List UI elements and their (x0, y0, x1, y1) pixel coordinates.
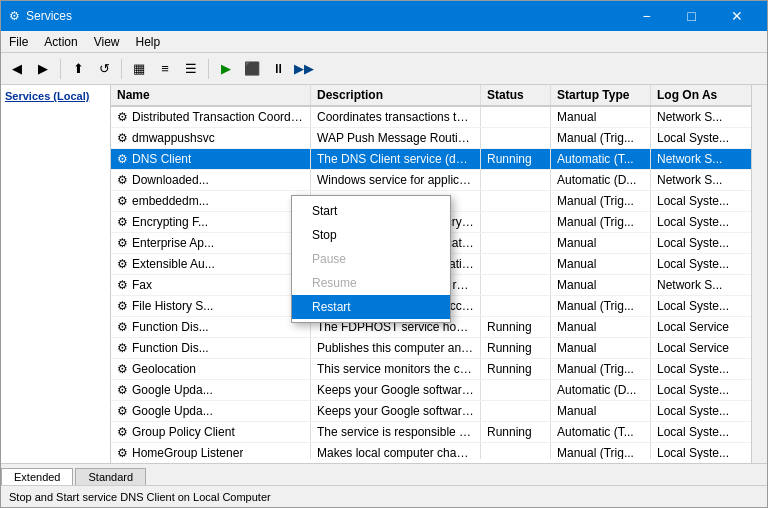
toolbar: ◀ ▶ ⬆ ↺ ▦ ≡ ☰ ▶ ⬛ ⏸ ▶▶ (1, 53, 767, 85)
row-name-cell: ⚙embeddedm... (111, 191, 311, 211)
toolbar-restart[interactable]: ▶▶ (292, 57, 316, 81)
row-startup-cell: Manual (Trig... (551, 359, 651, 379)
menu-file[interactable]: File (1, 33, 36, 51)
row-status-cell (481, 401, 551, 421)
row-startup-cell: Manual (551, 317, 651, 337)
row-startup-cell: Automatic (D... (551, 380, 651, 400)
row-status-cell (481, 296, 551, 316)
row-desc-cell: The service is responsible for applyin..… (311, 422, 481, 442)
toolbar-refresh[interactable]: ↺ (92, 57, 116, 81)
row-startup-cell: Manual (551, 338, 651, 358)
header-startup[interactable]: Startup Type (551, 85, 651, 105)
toolbar-show-hide[interactable]: ▦ (127, 57, 151, 81)
row-logon-cell: Local Syste... (651, 212, 751, 232)
tab-extended[interactable]: Extended (1, 468, 73, 486)
menu-view[interactable]: View (86, 33, 128, 51)
status-text: Stop and Start service DNS Client on Loc… (9, 491, 271, 503)
service-icon: ⚙ (117, 278, 128, 292)
table-row[interactable]: ⚙Downloaded...Windows service for applic… (111, 170, 751, 191)
context-menu-item-start[interactable]: Start (292, 199, 450, 223)
table-row[interactable]: ⚙Function Dis...Publishes this computer … (111, 338, 751, 359)
service-icon: ⚙ (117, 341, 128, 355)
row-status-cell (481, 128, 551, 148)
service-name: Fax (132, 278, 152, 292)
context-menu-item-restart[interactable]: Restart (292, 295, 450, 319)
menu-help[interactable]: Help (128, 33, 169, 51)
service-icon: ⚙ (117, 404, 128, 418)
row-name-cell: ⚙Distributed Transaction Coordinator (111, 107, 311, 127)
row-startup-cell: Manual (Trig... (551, 128, 651, 148)
service-name: Distributed Transaction Coordinator (132, 110, 304, 124)
row-name-cell: ⚙Fax (111, 275, 311, 295)
service-name: embeddedm... (132, 194, 209, 208)
header-name[interactable]: Name (111, 85, 311, 105)
toolbar-sep1 (60, 59, 61, 79)
service-name: Google Upda... (132, 383, 213, 397)
row-startup-cell: Automatic (T... (551, 422, 651, 442)
service-name: HomeGroup Listener (132, 446, 243, 459)
table-row[interactable]: ⚙dmwappushsvcWAP Push Message Routing Se… (111, 128, 751, 149)
row-name-cell: ⚙Encrypting F... (111, 212, 311, 232)
title-bar-left: ⚙ Services (9, 9, 72, 23)
row-status-cell (481, 380, 551, 400)
row-status-cell: Running (481, 317, 551, 337)
row-logon-cell: Network S... (651, 107, 751, 127)
row-desc-cell: Publishes this computer and resourc... (311, 338, 481, 358)
table-row[interactable]: ⚙Google Upda...Keeps your Google softwar… (111, 380, 751, 401)
scrollbar-track[interactable] (751, 85, 767, 463)
toolbar-detail[interactable]: ☰ (179, 57, 203, 81)
row-startup-cell: Manual (551, 275, 651, 295)
row-name-cell: ⚙Enterprise Ap... (111, 233, 311, 253)
service-icon: ⚙ (117, 446, 128, 459)
toolbar-sep2 (121, 59, 122, 79)
toolbar-stop[interactable]: ⬛ (240, 57, 264, 81)
row-status-cell (481, 233, 551, 253)
service-name: Encrypting F... (132, 215, 208, 229)
menu-action[interactable]: Action (36, 33, 85, 51)
service-name: Extensible Au... (132, 257, 215, 271)
service-name: Downloaded... (132, 173, 209, 187)
header-description[interactable]: Description (311, 85, 481, 105)
table-row[interactable]: ⚙DNS ClientThe DNS Client service (dnsca… (111, 149, 751, 170)
context-menu-item-stop[interactable]: Stop (292, 223, 450, 247)
minimize-button[interactable]: − (624, 1, 669, 31)
service-icon: ⚙ (117, 194, 128, 208)
header-status[interactable]: Status (481, 85, 551, 105)
tab-standard[interactable]: Standard (75, 468, 146, 485)
row-name-cell: ⚙Google Upda... (111, 380, 311, 400)
row-desc-cell: Keeps your Google software up to da... (311, 401, 481, 421)
service-icon: ⚙ (117, 152, 128, 166)
row-logon-cell: Local Syste... (651, 254, 751, 274)
service-name: Function Dis... (132, 320, 209, 334)
row-logon-cell: Local Syste... (651, 296, 751, 316)
row-startup-cell: Automatic (T... (551, 149, 651, 169)
table-row[interactable]: ⚙GeolocationThis service monitors the cu… (111, 359, 751, 380)
service-icon: ⚙ (117, 257, 128, 271)
row-name-cell: ⚙Downloaded... (111, 170, 311, 190)
sidebar-title[interactable]: Services (Local) (5, 89, 106, 103)
toolbar-start[interactable]: ▶ (214, 57, 238, 81)
table-row[interactable]: ⚙Distributed Transaction CoordinatorCoor… (111, 107, 751, 128)
service-name: Enterprise Ap... (132, 236, 214, 250)
toolbar-back[interactable]: ◀ (5, 57, 29, 81)
row-name-cell: ⚙Extensible Au... (111, 254, 311, 274)
toolbar-list[interactable]: ≡ (153, 57, 177, 81)
table-row[interactable]: ⚙Group Policy ClientThe service is respo… (111, 422, 751, 443)
maximize-button[interactable]: □ (669, 1, 714, 31)
table-row[interactable]: ⚙HomeGroup ListenerMakes local computer … (111, 443, 751, 459)
row-logon-cell: Local Syste... (651, 128, 751, 148)
context-menu: StartStopPauseResumeRestart (291, 195, 451, 323)
row-status-cell: Running (481, 338, 551, 358)
row-logon-cell: Local Syste... (651, 443, 751, 459)
row-logon-cell: Network S... (651, 149, 751, 169)
table-row[interactable]: ⚙Google Upda...Keeps your Google softwar… (111, 401, 751, 422)
header-logon[interactable]: Log On As (651, 85, 751, 105)
toolbar-pause[interactable]: ⏸ (266, 57, 290, 81)
service-icon: ⚙ (117, 173, 128, 187)
toolbar-forward[interactable]: ▶ (31, 57, 55, 81)
row-status-cell (481, 254, 551, 274)
close-button[interactable]: ✕ (714, 1, 759, 31)
toolbar-up[interactable]: ⬆ (66, 57, 90, 81)
service-icon: ⚙ (117, 215, 128, 229)
row-startup-cell: Manual (551, 107, 651, 127)
